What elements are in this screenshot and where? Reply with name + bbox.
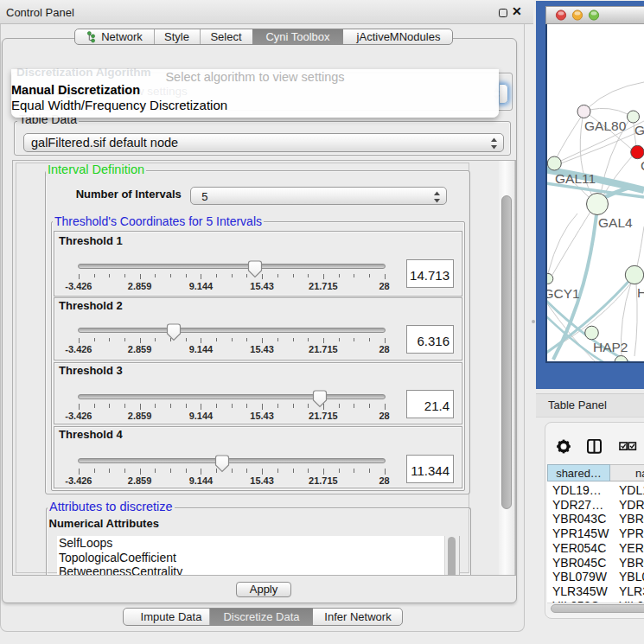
svg-text:GAL4: GAL4 (598, 215, 633, 230)
svg-text:GA: GA (634, 123, 644, 137)
svg-text:GAL80: GAL80 (584, 118, 627, 133)
svg-text:H: H (637, 285, 644, 300)
svg-text:GCY1: GCY1 (547, 286, 580, 301)
svg-text:G: G (641, 158, 644, 173)
svg-text:GAL11: GAL11 (555, 171, 596, 186)
svg-text:HAP2: HAP2 (593, 340, 628, 354)
